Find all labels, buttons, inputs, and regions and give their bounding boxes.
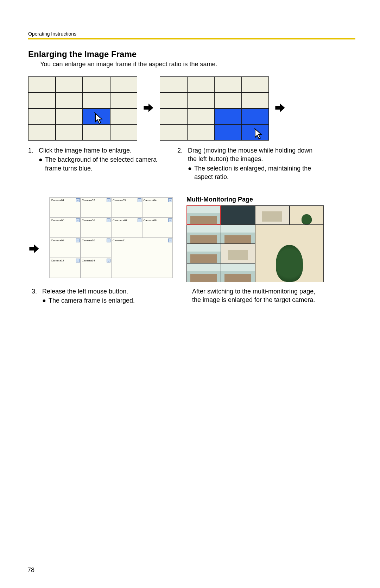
dropdown-icon[interactable]: ⌄ [76,239,80,242]
camera-cell[interactable]: Camera01⌄ [50,198,81,218]
arrow-right-icon [28,243,40,255]
camera-cell[interactable]: Camera05⌄ [50,218,81,238]
camera-thumbnail[interactable] [186,263,221,283]
bullet-text: The selection is enlarged, maintaining t… [194,164,315,181]
page: Operating Instructions Enlarging the Ima… [0,0,380,588]
arrow-right-icon [274,102,286,114]
dropdown-icon[interactable]: ⌄ [76,218,80,222]
header-rule [28,38,355,39]
step-text: Drag (moving the mouse while holding dow… [188,146,315,163]
figure-row-2: Camera01⌄ Camera02⌄ Camera03⌄ Camera04⌄ … [28,196,355,282]
step-number: 2. [177,146,188,163]
camera-thumbnail[interactable] [186,225,221,244]
camera-cell[interactable]: Camera14⌄ [81,258,112,278]
camera-cell[interactable]: Caamera07⌄ [111,218,142,238]
dropdown-icon[interactable]: ⌄ [107,218,110,222]
bullet-icon: ● [42,296,49,305]
dropdown-icon[interactable]: ⌄ [168,198,172,202]
camera-label: Camera06 [82,219,95,222]
camera-thumbnail-enlarged[interactable] [255,225,324,283]
dropdown-icon[interactable]: ⌄ [107,239,110,242]
camera-cell[interactable]: Camera09⌄ [50,238,81,258]
camera-cell[interactable]: Camera04⌄ [142,198,173,218]
dropdown-icon[interactable]: ⌄ [138,218,141,222]
camera-thumbnail[interactable] [221,205,255,225]
bullet-icon: ● [188,164,194,181]
step-text: Release the left mouse button. [42,287,169,296]
camera-cell[interactable]: Camera10⌄ [81,238,112,258]
section-intro: You can enlarge an image frame if the as… [40,61,355,68]
bullet-text: The background of the selected camera fr… [45,155,165,173]
camera-label: Camera05 [51,219,64,222]
camera-thumbnail[interactable] [186,244,221,263]
camera-label: Camera04 [144,199,157,202]
grid-before [28,76,137,141]
steps-1-2: 1. Click the image frame to enlarge. ● T… [28,146,355,181]
bullet-icon: ● [39,155,45,173]
section-title: Enlarging the Image Frame [28,49,355,59]
camera-thumbnail[interactable] [221,263,255,283]
camera-cell-enlarged[interactable]: Camera11⌄ [111,238,173,278]
dropdown-icon[interactable]: ⌄ [76,259,80,262]
dropdown-icon[interactable]: ⌄ [107,259,110,262]
steps-3-4: 3. Release the left mouse button. ● The … [28,287,355,305]
camera-cell[interactable]: Camera13⌄ [50,258,81,278]
camera-layout-grid: Camera01⌄ Camera02⌄ Camera03⌄ Camera04⌄ … [49,197,173,278]
step-1: 1. Click the image frame to enlarge. ● T… [28,146,165,181]
camera-cell[interactable]: Camera03⌄ [111,198,142,218]
camera-thumbnail[interactable] [290,205,324,225]
arrow-right-icon [142,102,154,114]
cursor-icon [95,113,104,125]
cursor-icon [254,128,264,140]
dropdown-icon[interactable]: ⌄ [76,198,80,202]
running-header: Operating Instructions [28,31,355,37]
bullet-text: The camera frame is enlarged. [49,296,169,305]
dropdown-icon[interactable]: ⌄ [138,198,141,202]
camera-label: Camera09 [51,239,64,242]
camera-thumbnail[interactable] [221,244,255,263]
camera-thumbnail[interactable] [221,225,255,244]
step-number: 3. [32,287,42,296]
camera-label: Camera01 [51,199,64,202]
step-3: 3. Release the left mouse button. ● The … [32,287,169,305]
step-4-text: After switching to the multi-monitoring … [192,287,326,305]
step-2: 2. Drag (moving the mouse while holding … [177,146,315,181]
camera-label: Camera03 [113,199,126,202]
camera-label: Camera14 [82,259,95,262]
figure-row-1 [28,74,355,141]
camera-thumbnail[interactable] [255,205,290,225]
camera-cell[interactable]: Camera02⌄ [81,198,112,218]
dropdown-icon[interactable]: ⌄ [168,218,172,222]
multi-monitoring-preview [186,205,324,282]
dropdown-icon[interactable]: ⌄ [168,239,172,242]
camera-label: Camera02 [82,199,95,202]
camera-label: Camera10 [82,239,95,242]
multi-monitoring-heading: Multi-Monitoring Page [186,196,334,203]
camera-label: Camera11 [113,239,126,242]
camera-cell[interactable]: Camera08⌄ [142,218,173,238]
dropdown-icon[interactable]: ⌄ [107,198,110,202]
camera-label: Camera08 [144,219,157,222]
step-number: 1. [28,146,39,155]
multi-monitoring-figure: Multi-Monitoring Page [186,196,334,282]
camera-cell[interactable]: Camera06⌄ [81,218,112,238]
page-number: 78 [27,567,34,574]
camera-label: Camera13 [51,259,64,262]
step-text: Click the image frame to enlarge. [39,146,165,155]
camera-thumbnail[interactable] [186,205,221,225]
grid-after-drag [160,76,269,141]
camera-label: Caamera07 [113,219,127,222]
